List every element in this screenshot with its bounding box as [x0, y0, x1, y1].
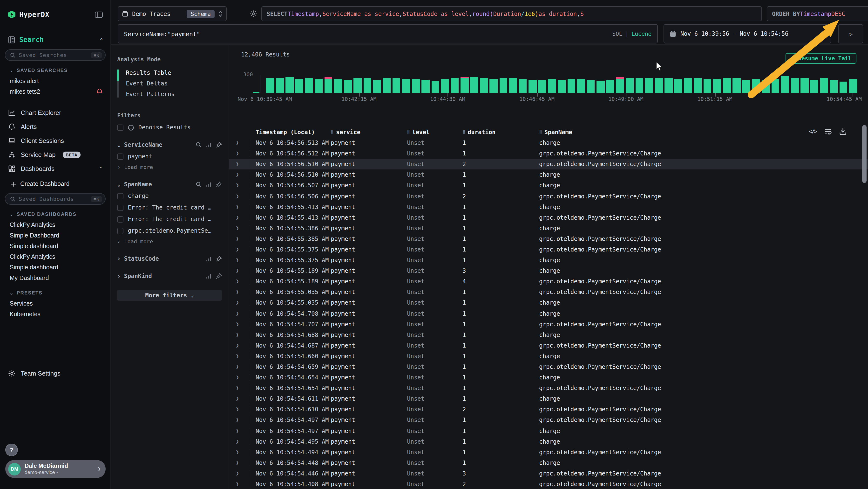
filter-pin-icon[interactable]	[216, 181, 222, 187]
sidebar-item-search[interactable]: Search ⌃	[0, 18, 111, 44]
row-expand-icon[interactable]: ❯	[229, 321, 249, 327]
table-row[interactable]: ❯Nov 6 10:54:54.495 AMpaymentUnset1charg…	[229, 436, 868, 447]
column-header-level[interactable]: ⣿level	[407, 129, 462, 136]
sidebar-saved-dashboard-item[interactable]: ClickPy Analytics	[0, 220, 111, 230]
row-expand-icon[interactable]: ❯	[229, 246, 249, 253]
view-source-icon[interactable]: </>	[809, 128, 817, 135]
schema-badge[interactable]: Schema	[187, 9, 215, 18]
row-expand-icon[interactable]: ❯	[229, 385, 249, 392]
row-expand-icon[interactable]: ❯	[229, 214, 249, 221]
sidebar-preset-item[interactable]: Services	[0, 298, 111, 309]
filter-section-spankind[interactable]: ›SpanKind	[117, 273, 222, 280]
histogram-bar[interactable]	[402, 79, 410, 93]
histogram-bar[interactable]	[451, 78, 459, 93]
histogram-bar[interactable]	[596, 81, 604, 93]
table-row[interactable]: ❯Nov 6 10:54:55.189 AMpaymentUnset3charg…	[229, 265, 868, 276]
filter-chart-icon[interactable]	[206, 142, 212, 148]
row-expand-icon[interactable]: ❯	[229, 438, 249, 445]
download-icon[interactable]	[840, 128, 846, 135]
table-row[interactable]: ❯Nov 6 10:54:54.446 AMpaymentUnset3grpc.…	[229, 468, 868, 479]
histogram-bar[interactable]	[253, 92, 259, 93]
chevron-down-icon[interactable]: ⌄	[10, 68, 14, 73]
histogram-bar[interactable]	[713, 79, 721, 93]
filter-pin-icon[interactable]	[216, 273, 222, 279]
sidebar-saved-search-item[interactable]: mikes tets2	[0, 86, 111, 97]
sidebar-item-service-map[interactable]: Service MapBETA	[0, 148, 111, 162]
filter-search-icon[interactable]	[196, 181, 202, 187]
sidebar-item-alerts[interactable]: Alerts	[0, 120, 111, 134]
toggle-lucene[interactable]: Lucene	[631, 30, 651, 37]
filter-pin-icon[interactable]	[216, 256, 222, 262]
more-filters-button[interactable]: More filters⌄	[117, 290, 222, 301]
histogram-bar[interactable]	[499, 78, 507, 93]
sidebar-item-dashboards[interactable]: Dashboards⌃	[0, 162, 111, 176]
histogram-bar[interactable]	[801, 78, 809, 93]
table-row[interactable]: ❯Nov 6 10:54:55.035 AMpaymentUnset1charg…	[229, 297, 868, 308]
filter-value-checkbox[interactable]	[117, 216, 123, 222]
histogram-bar[interactable]	[558, 80, 566, 93]
filter-chart-icon[interactable]	[206, 256, 212, 262]
denoise-results-row[interactable]: Denoise Results	[117, 124, 222, 131]
denoise-checkbox[interactable]	[117, 124, 123, 131]
row-expand-icon[interactable]: ❯	[229, 140, 249, 146]
row-expand-icon[interactable]: ❯	[229, 257, 249, 264]
load-more-button[interactable]: ›Load more	[117, 238, 222, 245]
table-row[interactable]: ❯Nov 6 10:54:56.507 AMpaymentUnset1charg…	[229, 180, 868, 191]
row-expand-icon[interactable]: ❯	[229, 470, 249, 477]
histogram-bar[interactable]	[354, 79, 362, 93]
histogram-bar[interactable]	[266, 78, 274, 93]
histogram-bar[interactable]	[587, 80, 595, 93]
filter-section-servicename[interactable]: ⌄ServiceName	[117, 141, 222, 148]
histogram-bar[interactable]	[324, 79, 333, 93]
row-expand-icon[interactable]: ❯	[229, 172, 249, 178]
filter-value-checkbox[interactable]	[117, 204, 123, 211]
sidebar-saved-dashboard-item[interactable]: Simple Dashboard	[0, 230, 111, 241]
wrap-text-icon[interactable]	[825, 128, 832, 135]
team-settings-button[interactable]: Team Settings	[0, 362, 68, 377]
table-row[interactable]: ❯Nov 6 10:54:54.660 AMpaymentUnset1charg…	[229, 351, 868, 362]
table-row[interactable]: ❯Nov 6 10:54:54.659 AMpaymentUnset1grpc.…	[229, 362, 868, 372]
histogram-bar[interactable]	[820, 78, 828, 93]
table-row[interactable]: ❯Nov 6 10:54:56.513 AMpaymentUnset1charg…	[229, 138, 868, 148]
histogram-bar[interactable]	[363, 78, 371, 93]
row-expand-icon[interactable]: ❯	[229, 182, 249, 189]
histogram-bar[interactable]	[840, 82, 847, 93]
filter-value-checkbox[interactable]	[117, 228, 123, 234]
table-row[interactable]: ❯Nov 6 10:54:54.494 AMpaymentUnset1grpc.…	[229, 447, 868, 457]
sidebar-item-client-sessions[interactable]: Client Sessions	[0, 134, 111, 148]
row-expand-icon[interactable]: ❯	[229, 460, 249, 466]
histogram-bar[interactable]	[694, 78, 702, 93]
row-expand-icon[interactable]: ❯	[229, 396, 249, 402]
sidebar-saved-dashboard-item[interactable]: My Dashboard	[0, 273, 111, 283]
saved-searches-input[interactable]: Saved Searches ⌘K	[5, 49, 105, 61]
histogram-bar[interactable]	[538, 80, 546, 93]
row-expand-icon[interactable]: ❯	[229, 481, 249, 488]
row-expand-icon[interactable]: ❯	[229, 417, 249, 424]
histogram-bar[interactable]	[490, 79, 498, 93]
histogram-bar[interactable]	[344, 80, 352, 93]
toggle-sql[interactable]: SQL	[612, 30, 622, 37]
table-row[interactable]: ❯Nov 6 10:54:56.510 AMpaymentUnset2grpc.…	[229, 159, 868, 169]
filter-value-row[interactable]: grpc.oteldemo.PaymentSe…	[117, 227, 222, 234]
row-expand-icon[interactable]: ❯	[229, 299, 249, 306]
row-expand-icon[interactable]: ❯	[229, 278, 249, 285]
histogram-bar[interactable]	[733, 78, 740, 93]
results-histogram[interactable]: 300Nov 6 10:39:45 AM10:42:15 AM10:44:30 …	[229, 45, 868, 103]
sql-select-editor[interactable]: SELECT Timestamp, ServiceName as service…	[261, 6, 762, 21]
histogram-bar[interactable]	[577, 79, 585, 93]
histogram-bar[interactable]	[412, 79, 420, 93]
table-row[interactable]: ❯Nov 6 10:54:54.654 AMpaymentUnset1grpc.…	[229, 383, 868, 394]
sidebar-saved-dashboard-item[interactable]: Simple dashboard	[0, 262, 111, 273]
histogram-bar[interactable]	[519, 79, 527, 93]
column-header-duration[interactable]: ⣿duration	[462, 129, 539, 136]
date-range-picker[interactable]: Nov 6 10:39:56 - Nov 6 10:54:56	[663, 24, 831, 44]
histogram-bar[interactable]	[752, 79, 760, 93]
sidebar-saved-dashboard-item[interactable]: ClickPy Analytics	[0, 252, 111, 262]
histogram-bar[interactable]	[723, 78, 731, 93]
search-query-input[interactable]: ServiceName:"payment" SQL|Lucene	[118, 24, 658, 44]
table-row[interactable]: ❯Nov 6 10:54:56.506 AMpaymentUnset2grpc.…	[229, 191, 868, 202]
chevron-down-icon[interactable]: ⌄	[10, 212, 14, 217]
histogram-bar[interactable]	[704, 79, 712, 93]
filter-value-checkbox[interactable]	[117, 153, 123, 160]
drag-handle-icon[interactable]: ⣿	[539, 130, 541, 134]
